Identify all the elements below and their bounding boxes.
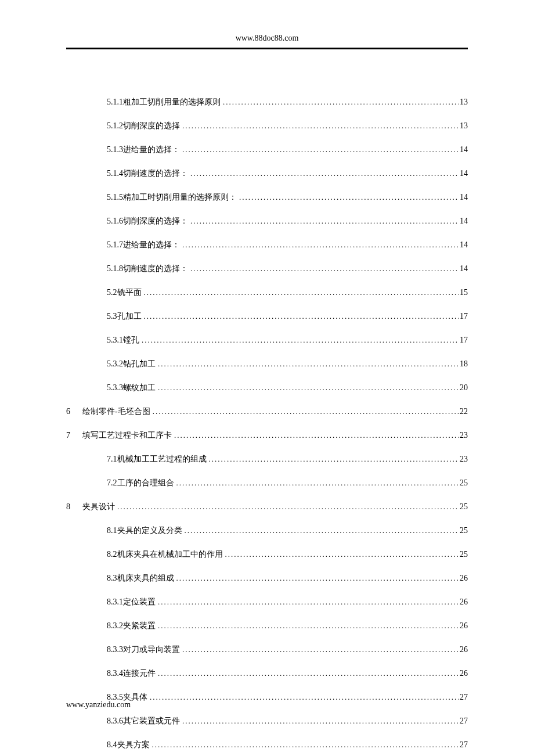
toc-entry-number: 8.4: [107, 739, 117, 751]
toc-entry-page: 25: [459, 524, 468, 537]
header-divider: [66, 48, 468, 49]
toc-leader-dots: [156, 382, 459, 394]
toc-entry-number: 7: [66, 429, 74, 441]
toc-leader-dots: [180, 644, 459, 656]
toc-entry-page: 23: [459, 429, 468, 441]
toc-leader-dots: [180, 715, 459, 727]
toc-entry: 5.1.1粗加工切削用量的选择原则13: [107, 96, 468, 108]
toc-entry-title: 机床夹具在机械加工中的作用: [117, 548, 223, 560]
toc-leader-dots: [223, 549, 459, 560]
toc-leader-dots: [180, 120, 459, 132]
toc-leader-dots: [188, 263, 459, 275]
toc-entry: 6绘制零件-毛坯合图22: [66, 405, 468, 417]
toc-leader-dots: [142, 287, 459, 298]
toc-entry-title: 孔加工: [117, 310, 142, 322]
toc-leader-dots: [172, 430, 459, 441]
toc-entry-number: 5.1.4: [107, 167, 123, 179]
toc-entry: 7填写工艺过程卡和工序卡23: [66, 429, 468, 441]
toc-entry-title: 绘制零件-毛坯合图: [82, 405, 150, 417]
toc-entry-title: 切削深度的选择：: [123, 215, 188, 227]
toc-entry-title: 夹具的定义及分类: [117, 524, 182, 537]
toc-entry-page: 13: [459, 120, 468, 132]
toc-entry: 8.3.2 夹紧装置26: [107, 620, 468, 632]
toc-leader-dots: [188, 215, 459, 227]
toc-entry-title: 工序的合理组合: [117, 477, 174, 489]
toc-entry-number: 8.3.6: [107, 715, 123, 727]
toc-leader-dots: [180, 144, 459, 156]
toc-entry-number: 8.2: [107, 548, 117, 560]
toc-entry-number: 6: [66, 405, 74, 417]
toc-entry-page: 20: [459, 381, 468, 394]
toc-entry: 7.1 机械加工工艺过程的组成23: [107, 453, 468, 465]
toc-entry-page: 14: [459, 239, 468, 251]
toc-entry-page: 27: [459, 691, 468, 703]
toc-leader-dots: [139, 334, 459, 346]
toc-entry: 5.3.2 钻孔加工18: [107, 358, 468, 370]
toc-entry-title: 夹紧装置: [123, 620, 156, 632]
toc-leader-dots: [221, 96, 459, 108]
toc-entry-page: 17: [459, 334, 468, 346]
toc-entry-title: 机床夹具的组成: [117, 572, 174, 584]
toc-entry: 8.1 夹具的定义及分类25: [107, 524, 468, 537]
toc-entry-number: 8.3: [107, 572, 117, 584]
toc-leader-dots: [174, 477, 459, 489]
toc-entry-page: 23: [459, 453, 468, 465]
toc-entry: 5.3 孔加工17: [107, 310, 468, 322]
toc-entry-title: 夹具设计: [82, 501, 115, 513]
toc-entry: 5.3.3 螺纹加工20: [107, 381, 468, 394]
toc-entry-number: 5.1.2: [107, 120, 123, 132]
toc-entry: 8夹具设计25: [66, 501, 468, 513]
toc-leader-dots: [150, 406, 459, 417]
toc-entry-title: 其它装置或元件: [123, 715, 180, 727]
toc-entry-page: 18: [459, 358, 468, 370]
toc-entry-title: 进给量的选择：: [123, 239, 180, 251]
toc-entry: 8.3.1 定位装置26: [107, 596, 468, 608]
toc-entry: 8.3.4 连接元件26: [107, 667, 468, 679]
toc-leader-dots: [156, 358, 459, 370]
toc-entry-title: 螺纹加工: [123, 381, 156, 394]
toc-entry-title: 铣平面: [117, 286, 142, 298]
toc-entry: 5.1.4 切削速度的选择：14: [107, 167, 468, 179]
toc-entry-page: 25: [459, 477, 468, 489]
toc-entry-page: 27: [459, 715, 468, 727]
toc-entry-title: 镗孔: [123, 334, 139, 346]
toc-entry-page: 26: [459, 620, 468, 632]
toc-entry: 5.1.6 切削深度的选择：14: [107, 215, 468, 227]
toc-entry-page: 14: [459, 215, 468, 227]
toc-entry-number: 5.3.3: [107, 381, 123, 394]
toc-entry-number: 5.1.7: [107, 239, 123, 251]
toc-leader-dots: [207, 453, 459, 465]
toc-entry-number: 8.1: [107, 524, 117, 537]
toc-entry: 8.3.6 其它装置或元件27: [107, 715, 468, 727]
toc-entry-number: 5.1.8: [107, 262, 123, 275]
toc-entry: 5.2 铣平面15: [107, 286, 468, 298]
toc-entry-title: 钻孔加工: [123, 358, 156, 370]
toc-entry-number: 5.3.1: [107, 334, 123, 346]
toc-entry-number: 5.1.3: [107, 143, 123, 156]
toc-entry-page: 25: [459, 548, 468, 560]
toc-leader-dots: [156, 620, 459, 632]
toc-entry-title: 粗加工切削用量的选择原则: [123, 96, 221, 108]
toc-entry: 8.3.3 对刀或导向装置26: [107, 643, 468, 656]
toc-entry-page: 26: [459, 667, 468, 679]
toc-entry-page: 14: [459, 167, 468, 179]
toc-leader-dots: [156, 668, 459, 679]
toc-leader-dots: [142, 311, 459, 322]
toc-entry: 8.2 机床夹具在机械加工中的作用25: [107, 548, 468, 560]
toc-entry-title: 机械加工工艺过程的组成: [117, 453, 207, 465]
table-of-contents: 5.1.1粗加工切削用量的选择原则135.1.2 切削深度的选择135.1.3 …: [66, 96, 468, 756]
toc-entry: 7.2 工序的合理组合25: [107, 477, 468, 489]
toc-entry-title: 夹具方案: [117, 739, 150, 751]
toc-entry-page: 22: [459, 405, 468, 417]
toc-entry: 5.1.2 切削深度的选择13: [107, 120, 468, 132]
toc-entry-page: 26: [459, 643, 468, 656]
toc-entry-page: 25: [459, 501, 468, 513]
toc-entry: 5.1.8 切削速度的选择：14: [107, 262, 468, 275]
toc-entry-number: 7.1: [107, 453, 117, 465]
toc-entry: 5.1.3 进给量的选择：14: [107, 143, 468, 156]
toc-leader-dots: [150, 739, 459, 751]
toc-entry-title: 进给量的选择：: [123, 143, 180, 156]
toc-entry-number: 5.1.1: [107, 96, 123, 108]
toc-entry-title: 切削深度的选择: [123, 120, 180, 132]
toc-entry: 5.1.7 进给量的选择：14: [107, 239, 468, 251]
